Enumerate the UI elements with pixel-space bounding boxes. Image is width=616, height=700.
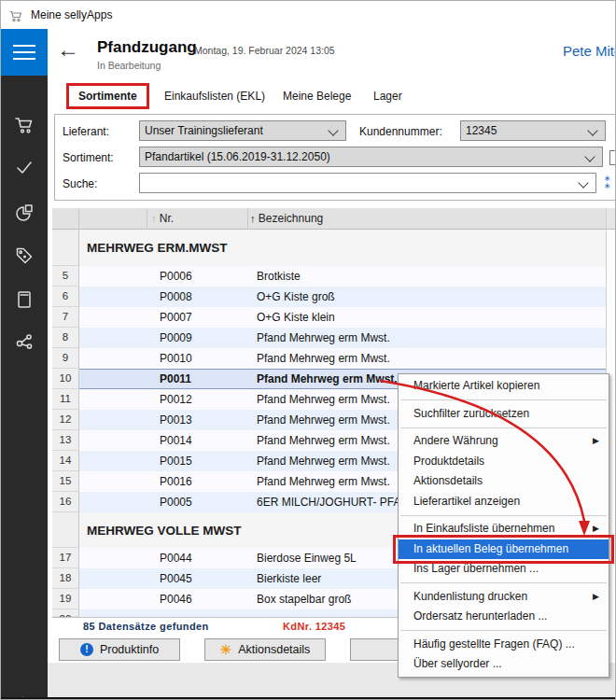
menu-item-suchfilter-zurücksetzen[interactable]: Suchfilter zurücksetzen <box>399 404 609 425</box>
blank-cell <box>79 266 147 287</box>
tab-meine-belege[interactable]: Meine Belege <box>283 90 351 103</box>
check-icon[interactable] <box>13 156 35 178</box>
produktinfo-button[interactable]: ! Produktinfo <box>59 638 180 661</box>
menu-item-lieferartikel-anzeigen[interactable]: Lieferartikel anzeigen <box>399 492 609 512</box>
menu-item-label: Andere Währung <box>413 434 498 447</box>
rownum-cell: 13 <box>52 430 79 451</box>
menu-item-über-sellyorder[interactable]: Über sellyorder ... <box>399 654 609 675</box>
menu-separator <box>400 630 607 631</box>
blank-cell <box>79 568 147 589</box>
artikel-nr-cell <box>147 609 248 617</box>
record-count: 85 Datensätze gefunden <box>83 621 209 632</box>
blank-cell <box>79 287 147 307</box>
blank-cell <box>79 451 147 471</box>
context-menu: Markierte Artikel kopierenSuchfilter zur… <box>398 373 609 678</box>
table-row[interactable]: 9P0010Pfand Mehrweg erm Mwst. <box>52 348 606 369</box>
rownum-cell: 20 <box>52 609 79 617</box>
rownum-cell: 8 <box>52 328 79 348</box>
menu-item-kundenlistung-drucken[interactable]: Kundenlistung drucken▶ <box>399 587 609 608</box>
artikel-nr-cell: P0013 <box>147 410 248 430</box>
bezeichnung-cell: Brotkiste <box>248 266 606 287</box>
menu-item-häufig-gestellte-fragen-faq[interactable]: Häufig gestellte Fragen (FAQ) ... <box>399 635 609 655</box>
lieferant-dropdown[interactable]: Unser Trainingslieferant <box>139 120 346 141</box>
rownum-cell: 17 <box>52 548 79 568</box>
table-row[interactable]: 8P0009Pfand Mehrweg erm Mwst. <box>52 328 606 348</box>
chevron-down-icon <box>587 125 597 135</box>
sortiment-label: Sortiment: <box>63 151 114 164</box>
rownum-column-header[interactable] <box>52 208 79 230</box>
kundennummer-dropdown[interactable]: 12345 <box>460 120 606 141</box>
rownum-cell: 5 <box>52 266 79 287</box>
rownum-cell: 19 <box>52 589 79 609</box>
table-row[interactable]: 5P0006Brotkiste <box>52 266 606 287</box>
blank-cell <box>79 609 147 617</box>
sortiment-dropdown[interactable]: Pfandartikel (15.06.2019-31.12.2050) <box>139 147 603 167</box>
pie-chart-icon[interactable] <box>13 202 35 224</box>
kundennummer-value: 12345 <box>466 124 497 137</box>
blank-cell <box>79 348 147 369</box>
artikel-nr-cell: P0044 <box>147 548 248 568</box>
suche-combobox[interactable] <box>139 173 596 193</box>
rownum-cell: 7 <box>52 307 79 328</box>
menu-item-ins-lager-übernehmen[interactable]: Ins Lager übernehmen ... <box>399 559 609 580</box>
menu-item-ordersatz-herunterladen[interactable]: Ordersatz herunterladen ... <box>399 607 609 627</box>
tag-icon[interactable] <box>13 245 35 267</box>
book-icon[interactable] <box>13 288 35 311</box>
menu-item-andere-währung[interactable]: Andere Währung▶ <box>399 431 609 452</box>
aktionsdetails-button[interactable]: ☀ Aktionsdetails <box>204 638 326 661</box>
share-icon[interactable] <box>13 330 35 353</box>
group-header-row: MEHRWEG ERM.MWST <box>52 230 606 266</box>
bezeichnung-column-header[interactable]: ↑ Bezeichnung <box>248 208 606 230</box>
menu-separator <box>400 515 607 516</box>
bezeichnung-cell: O+G Kiste klein <box>248 307 606 328</box>
hamburger-menu-button[interactable] <box>1 29 48 76</box>
tab-einkaufslisten-ekl[interactable]: Einkaufslisten (EKL) <box>164 90 265 103</box>
menu-item-in-aktuellen-beleg-übernehmen[interactable]: In aktuellen Beleg übernehmen <box>399 539 609 560</box>
app-logo-cart-icon <box>8 8 23 23</box>
artikel-nr-cell: P0012 <box>147 389 248 410</box>
tab-lager[interactable]: Lager <box>373 90 402 103</box>
blank-column-header[interactable] <box>79 208 147 230</box>
artikel-nr-cell: P0016 <box>147 471 248 492</box>
table-row[interactable]: 7P0007O+G Kiste klein <box>52 307 606 328</box>
customer-number: KdNr. 12345 <box>283 621 345 632</box>
title-bar: Meine sellyApps <box>1 1 616 29</box>
bezeichnung-cell: Pfand Mehrweg erm Mwst. <box>248 348 606 369</box>
rownum-cell: 16 <box>52 492 79 512</box>
bezeichnung-cell: O+G Kiste groß <box>248 287 606 307</box>
nr-column-header[interactable]: ↑ Nr. <box>147 208 248 230</box>
produktinfo-label: Produktinfo <box>100 643 159 656</box>
menu-item-label: Lieferartikel anzeigen <box>413 495 520 508</box>
menu-separator <box>400 582 607 583</box>
back-button[interactable]: ← <box>57 38 79 61</box>
rownum-cell: 11 <box>52 389 79 410</box>
sort-asc-faint-icon: ↑ <box>151 213 157 224</box>
menu-item-produktdetails[interactable]: Produktdetails <box>399 452 609 472</box>
suche-label: Suche: <box>63 177 97 190</box>
page-datetime: Montag, 19. Februar 2024 13:05 <box>194 45 335 56</box>
menu-item-markierte-artikel-kopieren[interactable]: Markierte Artikel kopieren <box>399 376 609 397</box>
tab-sortimente[interactable]: Sortimente <box>66 83 149 109</box>
menu-item-label: Ins Lager übernehmen ... <box>413 562 539 575</box>
rownum-cell: 9 <box>52 348 79 369</box>
artikel-nr-cell: P0010 <box>147 348 248 369</box>
table-row[interactable]: 6P0008O+G Kiste groß <box>52 287 606 307</box>
blank-cell <box>79 307 147 328</box>
menu-item-aktionsdetails[interactable]: Aktionsdetails <box>399 471 609 492</box>
user-name[interactable]: Pete Mitch <box>563 43 616 59</box>
menu-item-label: Über sellyorder ... <box>413 657 502 670</box>
scrollbar-top-box <box>607 208 616 230</box>
rownum-cell: 14 <box>52 451 79 471</box>
sortiment-checkbox[interactable] <box>609 150 616 165</box>
artikel-nr-cell: P0014 <box>147 430 248 451</box>
info-icon: ! <box>80 643 93 656</box>
kundennummer-label: Kundennummer: <box>359 125 442 138</box>
cart-icon[interactable] <box>13 114 35 136</box>
menu-item-in-einkaufsliste-übernehmen[interactable]: In Einkaufsliste übernehmen▶ <box>399 519 609 539</box>
rownum-cell <box>52 230 79 266</box>
window-title: Meine sellyApps <box>31 8 112 21</box>
submenu-arrow-icon: ▶ <box>593 587 599 608</box>
blank-cell <box>79 548 147 568</box>
table-header: ↑ Nr. ↑ Bezeichnung <box>52 208 606 230</box>
lieferant-label: Lieferant: <box>63 125 109 138</box>
